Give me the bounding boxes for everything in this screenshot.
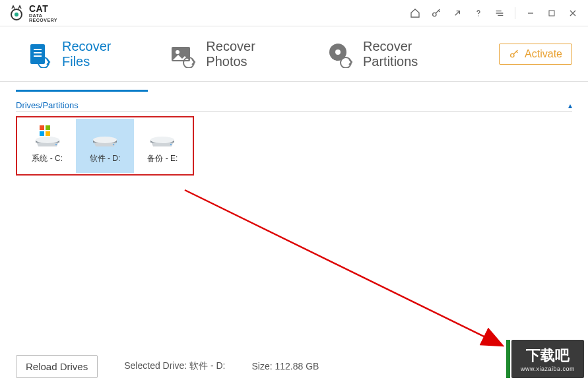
key-icon	[509, 49, 519, 59]
section-title: Drives/Partitions	[16, 100, 79, 110]
wm-url: www.xiazaiba.com	[521, 366, 575, 372]
activate-button[interactable]: Activate	[499, 44, 572, 65]
share-arrow-icon	[452, 8, 463, 18]
tab-recover-photos[interactable]: Recover Photos	[160, 30, 305, 79]
minimize-icon	[525, 8, 536, 18]
maximize-button[interactable]	[542, 3, 562, 23]
svg-point-3	[478, 15, 478, 16]
svg-point-23	[170, 143, 172, 145]
svg-point-21	[113, 143, 114, 145]
tab-label: Recover Photos	[206, 39, 296, 69]
settings-button[interactable]	[490, 3, 509, 23]
brand-sub: DATA RECOVERY	[29, 13, 57, 22]
settings-icon	[494, 8, 505, 18]
tab-label: Recover Files	[62, 39, 139, 69]
scan-button-edge[interactable]	[506, 340, 510, 378]
watermark-overlay: 下载吧 www.xiazaiba.com	[511, 340, 584, 378]
wm-text: 下载吧	[526, 346, 570, 366]
tab-label: Recover Partitions	[363, 39, 466, 69]
partitions-icon	[326, 40, 354, 68]
footer-bar: Reload Drives Selected Drive: 软件 - D: Si…	[0, 346, 588, 386]
key-button[interactable]	[426, 3, 446, 23]
drive-label: 备份 - E:	[147, 153, 178, 164]
tab-recover-files[interactable]: Recover Files	[16, 30, 148, 79]
svg-rect-5	[30, 44, 45, 64]
share-button[interactable]	[447, 3, 467, 23]
svg-rect-4	[549, 11, 554, 16]
svg-rect-14	[40, 125, 44, 130]
help-icon	[473, 8, 484, 18]
close-icon	[568, 8, 578, 18]
minimize-button[interactable]	[521, 3, 540, 23]
photos-icon	[169, 40, 197, 68]
svg-point-1	[15, 13, 18, 16]
svg-point-10	[176, 50, 180, 54]
drive-item[interactable]: 软件 - D:	[76, 119, 133, 173]
cat-logo-icon	[8, 5, 25, 22]
activate-label: Activate	[525, 48, 562, 60]
svg-rect-8	[34, 55, 42, 57]
separator	[515, 7, 515, 19]
maximize-icon	[546, 8, 557, 18]
files-icon	[25, 40, 53, 68]
svg-rect-17	[46, 131, 50, 136]
svg-point-2	[433, 13, 436, 16]
svg-point-18	[36, 137, 59, 143]
key-icon	[431, 8, 441, 18]
svg-rect-7	[34, 52, 42, 53]
drive-label: 系统 - C:	[32, 153, 63, 164]
selected-drive-status: Selected Drive: 软件 - D:	[124, 360, 225, 372]
collapse-toggle[interactable]: ▴	[568, 101, 572, 110]
reload-drives-button[interactable]: Reload Drives	[16, 355, 98, 378]
close-button[interactable]	[563, 3, 583, 23]
drive-item[interactable]: 系统 - C:	[18, 119, 76, 173]
help-button[interactable]	[469, 3, 488, 23]
svg-rect-16	[40, 131, 44, 136]
tab-recover-partitions[interactable]: Recover Partitions	[317, 30, 475, 79]
svg-point-20	[93, 137, 117, 143]
drive-label: 软件 - D:	[90, 153, 121, 164]
mode-tabs: Recover Files Recover Photos Recover Par…	[0, 26, 588, 82]
brand-main: CAT	[29, 4, 57, 13]
titlebar-buttons	[405, 3, 583, 23]
svg-rect-15	[46, 125, 50, 130]
title-bar: CAT DATA RECOVERY	[0, 0, 588, 26]
svg-point-13	[511, 53, 514, 57]
svg-point-12	[335, 49, 341, 55]
home-icon	[410, 8, 420, 18]
svg-point-19	[55, 143, 56, 145]
drive-item[interactable]: 备份 - E:	[134, 119, 191, 173]
size-status: Size: 112.88 GB	[252, 361, 319, 371]
app-logo: CAT DATA RECOVERY	[8, 4, 57, 22]
section-header: Drives/Partitions ▴	[16, 100, 572, 112]
home-button[interactable]	[405, 3, 425, 23]
drives-list: 系统 - C: 软件 - D: 备份 - E:	[16, 116, 194, 176]
svg-rect-6	[34, 49, 42, 50]
svg-point-22	[150, 137, 174, 143]
main-area: Drives/Partitions ▴ 系统 - C: 软件 - D: 备份 -…	[0, 82, 588, 346]
